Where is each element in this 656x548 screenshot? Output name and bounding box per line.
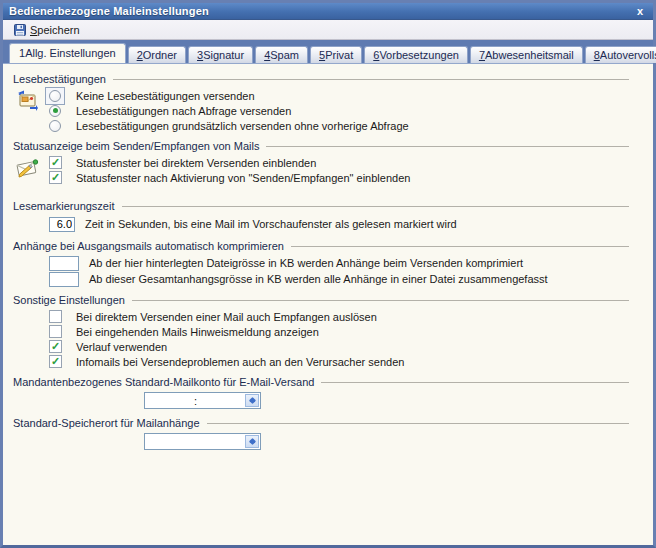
radio-grundsaetzlich[interactable] <box>49 120 61 132</box>
checkbox-statusfenster-aktivierung[interactable] <box>49 171 62 184</box>
radio-label: Lesebestätigungen grundsätzlich versende… <box>76 120 409 132</box>
checkbox-infomails[interactable] <box>49 355 62 368</box>
option-row: Lesebestätigungen nach Abfrage versenden <box>13 103 629 118</box>
setting-label: Ab dieser Gesamtanhangsgrösse in KB werd… <box>89 273 548 285</box>
checkbox-empfangen-ausloesen[interactable] <box>49 310 62 323</box>
section-rule <box>266 146 629 147</box>
tab-bar: 1 Allg. Einstellungen 2 Ordner 3 Signatu… <box>3 40 653 63</box>
speicherort-combobox[interactable] <box>144 433 261 450</box>
setting-label: Ab der hier hinterlegten Dateigrösse in … <box>89 257 523 269</box>
close-icon[interactable]: x <box>633 6 647 17</box>
setting-row: : <box>13 391 629 410</box>
save-button[interactable]: Speichern <box>10 22 86 38</box>
radio-label: Keine Lesebestätigungen versenden <box>76 90 255 102</box>
section-title: Lesebestätigungen <box>13 73 113 85</box>
section-title: Mandantenbezogenes Standard-Mailkonto fü… <box>13 376 321 388</box>
lesemarkierungszeit-input[interactable] <box>49 217 75 232</box>
checkbox-verlauf[interactable] <box>49 340 62 353</box>
tab-spam[interactable]: 4 Spam <box>255 46 308 63</box>
section-lesemarkierungszeit: Lesemarkierungszeit Zeit in Sekunden, bi… <box>13 199 629 235</box>
option-row: Bei direktem Versenden einer Mail auch E… <box>13 309 629 324</box>
checkbox-label: Statusfenster nach Aktivierung von "Send… <box>76 172 410 184</box>
option-row: Statusfenster nach Aktivierung von "Send… <box>13 170 629 185</box>
gesamtanhangsgroesse-input[interactable] <box>49 272 79 287</box>
checkbox-label: Bei direktem Versenden einer Mail auch E… <box>76 311 377 323</box>
tab-privat[interactable]: 5 Privat <box>310 46 362 63</box>
section-anhaenge-komprimieren: Anhänge bei Ausgangsmails automatisch ko… <box>13 239 629 289</box>
section-title: Standard-Speicherort für Mailanhänge <box>13 417 207 429</box>
setting-row: Ab dieser Gesamtanhangsgrösse in KB werd… <box>13 271 629 287</box>
radio-label: Lesebestätigungen nach Abfrage versenden <box>76 105 291 117</box>
section-statusanzeige: Statusanzeige beim Senden/Empfangen von … <box>13 139 629 187</box>
tab-allg-einstellungen[interactable]: 1 Allg. Einstellungen <box>9 43 126 63</box>
standard-mailkonto-combobox[interactable]: : <box>144 392 261 409</box>
title-bar[interactable]: Bedienerbezogene Maileinstellungen x <box>3 3 653 20</box>
setting-label: Zeit in Sekunden, bis eine Mail im Vorsc… <box>85 218 457 230</box>
checkbox-label: Infomails bei Versendeproblemen auch an … <box>76 356 404 368</box>
option-row: Bei eingehenden Mails Hinweismeldung anz… <box>13 324 629 339</box>
setting-row: Ab der hier hinterlegten Dateigrösse in … <box>13 255 629 271</box>
option-row: Lesebestätigungen grundsätzlich versende… <box>13 118 629 133</box>
option-row: Infomails bei Versendeproblemen auch an … <box>13 354 629 369</box>
radio-nach-abfrage[interactable] <box>49 105 61 117</box>
setting-row <box>13 432 629 451</box>
mail-compose-icon <box>15 156 41 182</box>
window-title: Bedienerbezogene Maileinstellungen <box>9 5 209 17</box>
tab-vorbesetzungen[interactable]: 6 Vorbesetzungen <box>364 46 468 63</box>
section-rule <box>122 206 630 207</box>
combobox-value: : <box>145 395 260 407</box>
combobox-dropdown-icon[interactable] <box>245 435 259 448</box>
save-icon <box>14 24 26 36</box>
section-standard-mailkonto: Mandantenbezogenes Standard-Mailkonto fü… <box>13 375 629 412</box>
section-rule <box>291 246 629 247</box>
checkbox-label: Verlauf verwenden <box>76 341 167 353</box>
section-rule <box>207 423 629 424</box>
mail-receive-icon <box>15 89 41 115</box>
option-row: Keine Lesebestätigungen versenden <box>13 88 629 103</box>
checkbox-statusfenster-direkt[interactable] <box>49 156 62 169</box>
section-title: Anhänge bei Ausgangsmails automatisch ko… <box>13 240 291 252</box>
radio-keine-lesebestaetigungen[interactable] <box>49 90 61 102</box>
tab-autovervollstaendigung[interactable]: 8 Autovervollständigung <box>585 46 656 63</box>
section-title: Statusanzeige beim Senden/Empfangen von … <box>13 140 266 152</box>
option-row: Verlauf verwenden <box>13 339 629 354</box>
setting-row: Zeit in Sekunden, bis eine Mail im Vorsc… <box>13 215 629 233</box>
combobox-dropdown-icon[interactable] <box>245 394 259 407</box>
section-rule <box>321 382 629 383</box>
toolbar: Speichern <box>3 20 653 40</box>
section-title: Lesemarkierungszeit <box>13 200 122 212</box>
section-standard-speicherort: Standard-Speicherort für Mailanhänge <box>13 416 629 453</box>
tab-page-allg-einstellungen: Lesebestätigungen Keine Lesebestätigunge… <box>3 63 653 545</box>
tab-signatur[interactable]: 3 Signatur <box>188 46 253 63</box>
section-title: Sonstige Einstellungen <box>13 294 132 306</box>
dateigroesse-input[interactable] <box>49 256 79 271</box>
section-rule <box>132 300 629 301</box>
tab-abwesenheitsmail[interactable]: 7 Abwesenheitsmail <box>470 46 583 63</box>
section-sonstige-einstellungen: Sonstige Einstellungen Bei direktem Vers… <box>13 293 629 371</box>
checkbox-label: Bei eingehenden Mails Hinweismeldung anz… <box>76 326 319 338</box>
save-label: Speichern <box>30 24 80 36</box>
option-row: Statusfenster bei direktem Versenden ein… <box>13 155 629 170</box>
section-rule <box>113 79 629 80</box>
checkbox-hinweismeldung[interactable] <box>49 325 62 338</box>
tab-ordner[interactable]: 2 Ordner <box>128 46 186 63</box>
section-lesebestaetigungen: Lesebestätigungen Keine Lesebestätigunge… <box>13 72 629 135</box>
checkbox-label: Statusfenster bei direktem Versenden ein… <box>76 157 316 169</box>
dialog-window: Bedienerbezogene Maileinstellungen x Spe… <box>0 0 656 548</box>
focus-frame <box>45 87 65 105</box>
